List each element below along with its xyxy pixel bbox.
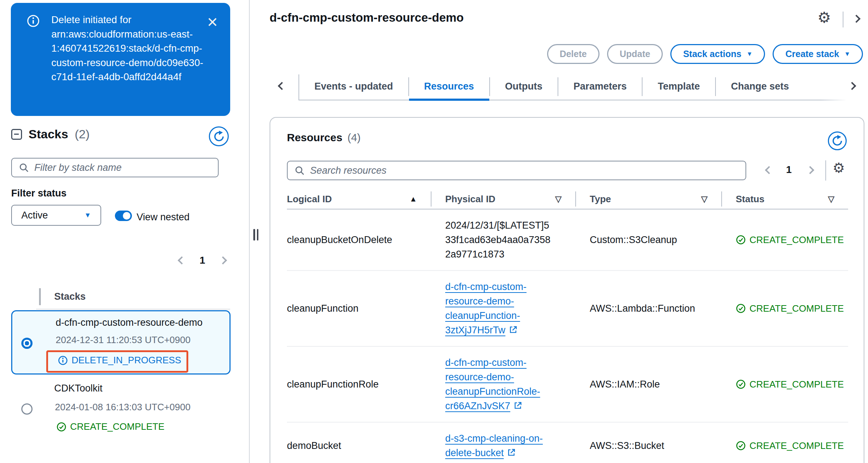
caret-down-icon: ▼ — [747, 51, 753, 58]
status-filter-select[interactable]: Active ▼ — [11, 205, 101, 226]
stack-status: CREATE_COMPLETE — [56, 421, 164, 432]
tab-template[interactable]: Template — [643, 73, 715, 100]
physical-id-text: d-s3-cmp-cleaning-on-delete-bucket — [445, 433, 543, 458]
column-label: Type — [590, 194, 611, 205]
next-page-icon[interactable] — [219, 256, 227, 265]
stack-filter-input[interactable] — [34, 162, 211, 173]
stacks-count: (2) — [75, 127, 90, 141]
tab-change-sets[interactable]: Change sets — [716, 73, 804, 100]
current-page[interactable]: 1 — [197, 255, 208, 266]
cell-type: AWS::IAM::Role — [576, 368, 722, 400]
page-title: d-cfn-cmp-custom-resource-demo — [270, 11, 464, 25]
resources-panel: Resources (4) 1 ⚙ Logical ID ▲ — [270, 117, 864, 463]
physical-id-text: d-cfn-cmp-custom-resource-demo-cleanupFu… — [445, 357, 540, 411]
stack-name[interactable]: CDKToolkit — [54, 383, 103, 394]
create-stack-label: Create stack — [785, 49, 839, 59]
refresh-icon — [831, 135, 843, 147]
tree-indent-bar — [39, 288, 41, 305]
stack-status-text: DELETE_IN_PROGRESS — [72, 355, 181, 366]
table-row: cleanupFunctionRole d-cfn-cmp-custom-res… — [287, 347, 848, 423]
check-circle-icon — [736, 303, 746, 313]
open-panel-chevron-icon[interactable] — [852, 15, 861, 23]
delete-button[interactable]: Delete — [547, 44, 600, 64]
table-row: cleanupFunction d-cfn-cmp-custom-resourc… — [287, 271, 848, 347]
panel-resize-handle[interactable] — [253, 229, 259, 241]
create-stack-button[interactable]: Create stack ▼ — [773, 44, 863, 64]
status-text: CREATE_COMPLETE — [749, 301, 844, 316]
cell-type: Custom::S3Cleanup — [576, 224, 722, 256]
search-icon — [294, 165, 305, 176]
stack-actions-toolbar: Delete Update Stack actions ▼ Create sta… — [547, 44, 863, 64]
tab-resources[interactable]: Resources — [409, 73, 489, 100]
column-header-physical-id[interactable]: Physical ID ▽ — [431, 191, 576, 207]
physical-id-link[interactable]: d-s3-cmp-cleaning-on-delete-bucket — [445, 431, 553, 460]
view-nested-toggle[interactable] — [115, 211, 132, 221]
current-page[interactable]: 1 — [783, 164, 794, 176]
resources-search-input[interactable] — [310, 165, 739, 176]
tab-outputs[interactable]: Outputs — [490, 73, 558, 100]
stack-item-selected[interactable]: d-cfn-cmp-custom-resource-demo 2024-12-3… — [11, 310, 231, 375]
stack-detail-tabs: Events - updated Resources Outputs Param… — [299, 74, 846, 100]
physical-id-link[interactable]: d-cfn-cmp-custom-resource-demo-cleanupFu… — [445, 280, 553, 337]
divider — [843, 12, 843, 27]
collapse-panel-icon[interactable] — [11, 129, 22, 140]
resources-count: (4) — [347, 131, 361, 144]
stack-radio-selected[interactable] — [21, 338, 33, 349]
cell-physical-id: d-cfn-cmp-custom-resource-demo-cleanupFu… — [431, 271, 576, 346]
cell-physical-id: d-cfn-cmp-custom-resource-demo-cleanupFu… — [431, 347, 576, 422]
gear-icon[interactable]: ⚙ — [817, 10, 831, 25]
stacks-header: Stacks (2) — [11, 127, 90, 141]
close-icon[interactable] — [206, 16, 219, 28]
stacks-refresh-button[interactable] — [209, 126, 229, 146]
tab-parameters[interactable]: Parameters — [558, 73, 642, 100]
column-label: Status — [736, 194, 764, 205]
column-header-logical-id[interactable]: Logical ID ▲ — [287, 191, 431, 207]
stack-actions-button[interactable]: Stack actions ▼ — [670, 44, 765, 64]
stacks-title: Stacks — [29, 127, 68, 141]
toast-message: Delete initiated for arn:aws:cloudformat… — [51, 13, 210, 84]
filter-status-label: Filter status — [11, 188, 66, 199]
delete-button-label: Delete — [560, 49, 587, 59]
stack-radio[interactable] — [21, 403, 33, 415]
status-text: CREATE_COMPLETE — [749, 233, 844, 247]
prev-page-icon[interactable] — [765, 166, 773, 174]
status-text: CREATE_COMPLETE — [749, 377, 844, 391]
sort-toggle-icon: ▽ — [701, 194, 708, 204]
divider — [825, 160, 826, 181]
column-label: Logical ID — [287, 194, 332, 205]
update-button[interactable]: Update — [607, 44, 663, 64]
physical-id-link[interactable]: d-cfn-cmp-custom-resource-demo-cleanupFu… — [445, 355, 553, 413]
caret-down-icon: ▼ — [84, 211, 91, 219]
column-header-type[interactable]: Type ▽ — [576, 191, 722, 207]
stack-actions-label: Stack actions — [683, 49, 741, 59]
check-circle-icon — [736, 379, 746, 389]
external-link-icon — [507, 448, 516, 457]
info-icon — [27, 14, 40, 27]
stacks-pagination: 1 — [179, 255, 226, 266]
resources-title: Resources — [287, 131, 342, 144]
cloudformation-console: Delete initiated for arn:aws:cloudformat… — [0, 0, 868, 463]
stacks-list-label: Stacks — [54, 291, 86, 302]
column-header-status[interactable]: Status ▽ — [722, 191, 848, 207]
view-nested-label: View nested — [137, 212, 190, 223]
column-label: Physical ID — [445, 194, 495, 205]
next-page-icon[interactable] — [806, 166, 815, 174]
caret-down-icon: ▼ — [844, 51, 850, 58]
prev-page-icon[interactable] — [178, 256, 186, 265]
delete-initiated-toast: Delete initiated for arn:aws:cloudformat… — [11, 3, 230, 116]
table-row: demoBucket d-s3-cmp-cleaning-on-delete-b… — [287, 423, 848, 463]
cell-status: CREATE_COMPLETE — [722, 224, 848, 256]
stack-filter-box — [11, 158, 219, 177]
status-text: CREATE_COMPLETE — [749, 438, 844, 453]
cell-logical-id: cleanupBucketOnDelete — [287, 224, 431, 256]
table-settings-gear-icon[interactable]: ⚙ — [833, 161, 845, 175]
resources-refresh-button[interactable] — [828, 131, 847, 150]
tabs-scroll-left-icon[interactable] — [278, 82, 286, 90]
cell-physical-id: d-s3-cmp-cleaning-on-delete-bucket — [431, 423, 576, 463]
sort-toggle-icon: ▽ — [555, 194, 562, 204]
update-button-label: Update — [620, 49, 650, 59]
cell-type: AWS::S3::Bucket — [576, 430, 722, 462]
stack-name[interactable]: d-cfn-cmp-custom-resource-demo — [56, 317, 203, 328]
cell-status: CREATE_COMPLETE — [722, 293, 848, 324]
tab-events[interactable]: Events - updated — [299, 73, 408, 100]
